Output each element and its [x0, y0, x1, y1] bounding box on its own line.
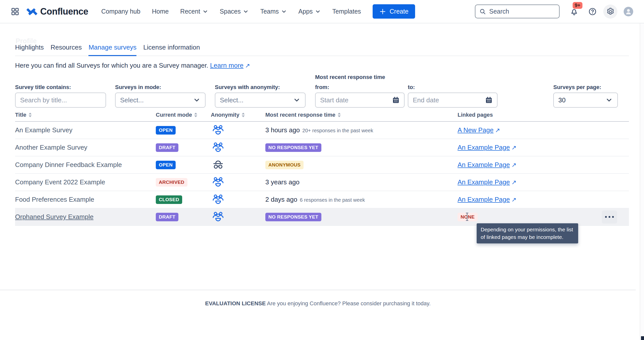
- external-link-icon: ↗: [511, 144, 516, 151]
- nav-templates[interactable]: Templates: [332, 8, 361, 15]
- incognito-icon: [212, 159, 265, 171]
- no-linked-pages-badge: NONE: [458, 213, 478, 221]
- tab-resources[interactable]: Resources: [51, 44, 82, 56]
- response-time: 3 years ago: [265, 178, 300, 186]
- survey-filters: Most recent response time Survey title c…: [0, 74, 644, 108]
- chevron-down-icon: [293, 96, 301, 104]
- gear-icon: [606, 7, 615, 16]
- column-header-anonymity[interactable]: Anonymity: [211, 112, 265, 118]
- plus-icon: [379, 8, 386, 15]
- nav-company-hub[interactable]: Company hub: [101, 8, 140, 15]
- row-actions-button[interactable]: [602, 210, 617, 224]
- nav-teams[interactable]: Teams: [260, 8, 287, 15]
- ghost-page-title: Profile: [16, 37, 37, 45]
- mode-badge: ARCHIVED: [156, 178, 187, 187]
- response-time: 3 hours ago: [265, 126, 300, 134]
- footer-divider: [0, 290, 636, 290]
- table-row: Company Dinner Feedback Example OPEN ANO…: [15, 156, 629, 174]
- linked-page-link[interactable]: An Example Page↗: [458, 196, 516, 203]
- nav-recent[interactable]: Recent: [180, 8, 208, 15]
- table-row: Food Preferences Example CLOSED 2 days a…: [15, 191, 629, 208]
- chevron-down-icon: [243, 9, 249, 15]
- calendar-icon[interactable]: [392, 96, 400, 104]
- linked-page-link[interactable]: An Example Page↗: [458, 144, 516, 151]
- create-button[interactable]: Create: [373, 4, 415, 19]
- search-input[interactable]: [489, 8, 555, 15]
- column-header-response[interactable]: Most recent response time: [265, 112, 458, 118]
- filter-per-page: Surveys per page: 30: [553, 84, 618, 108]
- scrollbar-thumb[interactable]: [641, 336, 644, 340]
- filter-to-label: to:: [408, 84, 498, 91]
- sort-icon: [338, 113, 341, 117]
- anonymity-select[interactable]: Select...: [215, 93, 306, 108]
- filter-title-label: Survey title contains:: [15, 84, 106, 91]
- notification-count-badge: 9+: [573, 2, 582, 9]
- nav-spaces[interactable]: Spaces: [220, 8, 249, 15]
- nav-home[interactable]: Home: [152, 8, 169, 15]
- external-link-icon: ↗: [511, 179, 516, 186]
- column-header-title[interactable]: Title: [15, 112, 156, 118]
- title-search-input[interactable]: [20, 96, 101, 104]
- anonymous-badge: ANONYMOUS: [265, 161, 304, 169]
- logo-text: Confluence: [40, 6, 88, 17]
- survey-title[interactable]: Orphaned Survey Example: [15, 213, 156, 221]
- mode-select[interactable]: Select...: [115, 93, 206, 108]
- group-icon: [212, 124, 265, 136]
- filter-per-page-label: Surveys per page:: [553, 84, 618, 91]
- license-footer-bold: EVALUATION LICENSE: [205, 300, 266, 307]
- license-footer: EVALUATION LICENSE Are you enjoying Conf…: [0, 300, 636, 307]
- linked-page-link[interactable]: An Example Page↗: [458, 161, 516, 168]
- survey-title[interactable]: Food Preferences Example: [15, 196, 156, 203]
- scrollbar-track[interactable]: [640, 23, 644, 340]
- nav-apps[interactable]: Apps: [299, 8, 321, 15]
- group-icon: [212, 211, 265, 223]
- response-note: 6 responses in the past week: [300, 197, 365, 203]
- calendar-icon[interactable]: [485, 96, 492, 104]
- end-date-input[interactable]: [413, 96, 485, 104]
- chevron-down-icon: [281, 9, 287, 15]
- linked-page-link[interactable]: A New Page↗: [458, 126, 500, 134]
- linked-page-link[interactable]: An Example Page↗: [458, 178, 516, 186]
- learn-more-link[interactable]: Learn more↗: [210, 62, 250, 69]
- start-date-input[interactable]: [320, 96, 392, 104]
- response-note: 20+ responses in the past week: [302, 128, 373, 133]
- mode-badge: OPEN: [156, 161, 176, 169]
- tab-manage-surveys[interactable]: Manage surveys: [88, 44, 136, 56]
- survey-title[interactable]: Company Dinner Feedback Example: [15, 161, 156, 169]
- tab-highlights[interactable]: Highlights: [15, 44, 44, 56]
- help-button[interactable]: [588, 7, 597, 16]
- survey-title[interactable]: Another Example Survey: [15, 144, 156, 151]
- chevron-down-icon: [193, 96, 201, 104]
- column-header-mode[interactable]: Current mode: [156, 112, 211, 118]
- notifications-button[interactable]: 9+: [570, 7, 579, 16]
- person-icon: [623, 7, 633, 17]
- confluence-logo-icon: [26, 6, 38, 17]
- sort-icon: [29, 113, 32, 117]
- survey-title[interactable]: An Example Survey: [15, 126, 156, 134]
- settings-button[interactable]: [603, 5, 617, 19]
- mode-badge: OPEN: [156, 126, 176, 135]
- no-responses-badge: NO RESPONSES YET: [265, 213, 321, 221]
- column-header-linked: Linked pages: [458, 112, 629, 118]
- filter-mode: Surveys in mode: Select...: [115, 84, 206, 108]
- search-icon: [479, 8, 486, 15]
- per-page-select[interactable]: 30: [553, 93, 618, 108]
- confluence-logo[interactable]: Confluence: [26, 6, 88, 17]
- group-icon: [212, 177, 265, 188]
- sort-icon: [242, 113, 245, 117]
- global-search[interactable]: [475, 5, 560, 18]
- linked-pages-tooltip: Depending on your permissions, the list …: [477, 223, 578, 243]
- user-avatar[interactable]: [623, 7, 633, 17]
- intro-text: Here you can find all Surveys for which …: [15, 62, 629, 69]
- app-switcher-icon[interactable]: [11, 7, 20, 16]
- survey-title[interactable]: Company Event 2022 Example: [15, 178, 156, 186]
- filter-from-date: from:: [315, 84, 405, 108]
- primary-nav: Company hub Home Recent Spaces Teams App…: [101, 8, 361, 15]
- question-mark-icon: [588, 7, 597, 16]
- tab-license-information[interactable]: License information: [143, 44, 200, 56]
- sort-icon: [194, 113, 197, 117]
- chevron-down-icon: [315, 9, 321, 15]
- ellipsis-icon: [605, 216, 607, 218]
- no-responses-badge: NO RESPONSES YET: [265, 143, 321, 152]
- filter-to-date: to:: [408, 84, 498, 108]
